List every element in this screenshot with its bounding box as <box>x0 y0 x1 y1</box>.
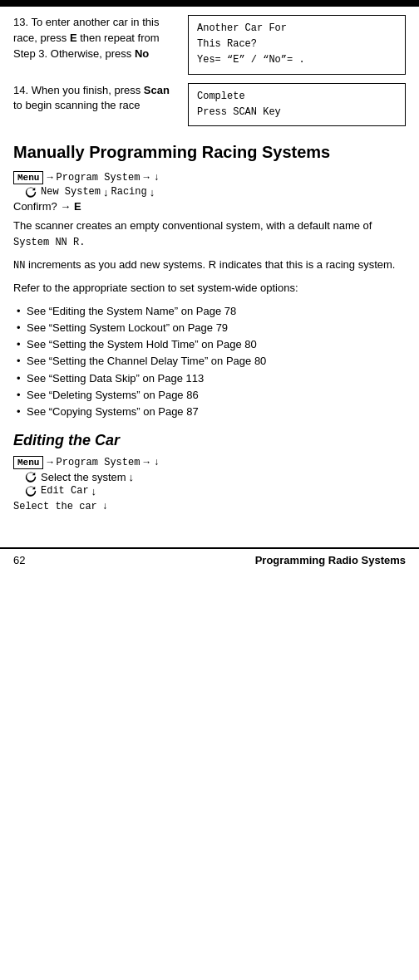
arrow-down-7: ↓ <box>102 501 108 512</box>
arrow-down-3: ↓ <box>150 186 155 198</box>
manual-nav-line1: Menu → Program System → ↓ <box>13 171 406 184</box>
racing-label: Racing <box>111 186 147 198</box>
step-13-number: 13. <box>13 16 28 28</box>
editing-section-heading: Editing the Car <box>13 432 406 449</box>
arrow-down-2: ↓ <box>103 186 109 198</box>
refresh-icon-1 <box>25 186 37 198</box>
step-13-box-line1: Another Car For <box>197 21 397 37</box>
manual-body-text-2: increments as you add new systems. R ind… <box>25 258 395 271</box>
arrow-down-5: ↓ <box>129 471 135 483</box>
manual-bullet-list: See “Editing the System Name” on Page 78… <box>13 303 406 420</box>
step-14-body2: to begin scanning the race <box>13 99 140 111</box>
step-13-text: 13. To enter another car in this race, p… <box>13 15 188 62</box>
step-13-box: Another Car For This Race? Yes= “E” / “N… <box>188 15 406 75</box>
footer: 62 Programming Radio Systems <box>0 547 419 571</box>
refresh-icon-2 <box>25 471 37 483</box>
step-14-bold-scan: Scan <box>144 84 170 96</box>
program-system-label-1: Program System <box>57 172 140 184</box>
step-13-row: 13. To enter another car in this race, p… <box>13 15 406 75</box>
select-system-label: Select the system <box>41 471 126 483</box>
arrow-down-6: ↓ <box>91 485 97 497</box>
step-14-box-line2: Press SCAN Key <box>197 105 397 120</box>
manual-body-text-1a: The scanner creates an empty conventiona… <box>13 219 372 232</box>
list-item: See “Editing the System Name” on Page 78 <box>13 303 406 320</box>
step-13-box-line3: Yes= “E” / “No”= . <box>197 52 397 68</box>
system-nn-r-label: System NN R. <box>13 237 85 248</box>
refresh-icon-3 <box>25 485 37 497</box>
step-13-box-line2: This Race? <box>197 37 397 52</box>
confirm-text: Confirm? → <box>13 200 74 213</box>
page-number: 62 <box>13 554 25 566</box>
nn-label: NN <box>13 260 25 272</box>
list-item: See “Setting the System Hold Time” on Pa… <box>13 336 406 353</box>
arrow-down-1: ↓ <box>154 172 160 184</box>
step-14-number: 14. <box>13 84 28 96</box>
arrow-right-1: → <box>47 172 52 184</box>
manual-body-2: NN increments as you add new systems. R … <box>13 257 406 273</box>
list-item: See “Deleting Systems” on Page 86 <box>13 387 406 404</box>
manual-body-1: The scanner creates an empty conventiona… <box>13 218 406 251</box>
menu-box-2: Menu <box>13 456 43 469</box>
footer-title: Programming Radio Systems <box>255 554 406 566</box>
manual-section-heading: Manually Programming Racing Systems <box>13 141 406 163</box>
manual-body-3: Refer to the appropriate section to set … <box>13 280 406 296</box>
step-14-text: 14. When you finish, press Scan to begin… <box>13 83 188 115</box>
editing-nav-line2: Select the system ↓ <box>13 471 406 483</box>
editing-nav-line3: Edit Car ↓ <box>13 485 406 497</box>
menu-box-1: Menu <box>13 171 43 184</box>
new-system-label: New System <box>41 186 101 198</box>
list-item: See “Setting System Lockout” on Page 79 <box>13 320 406 336</box>
top-bar <box>0 0 419 7</box>
arrow-right-4: → <box>143 457 149 468</box>
confirm-e: E <box>74 200 81 213</box>
step-13-bold-no: No <box>135 47 149 60</box>
editing-nav-line4: Select the car ↓ <box>13 501 406 512</box>
arrow-right-3: → <box>47 457 52 468</box>
list-item: See “Setting the Channel Delay Time” on … <box>13 353 406 370</box>
step-14-box: Complete Press SCAN Key <box>188 83 406 126</box>
step-14-body1: When you finish, press <box>32 84 144 96</box>
list-item: See “Setting Data Skip” on Page 113 <box>13 370 406 387</box>
arrow-right-2: → <box>143 172 149 184</box>
manual-confirm-line: Confirm? → E <box>13 200 406 213</box>
select-car-label: Select the car <box>13 501 97 512</box>
manual-nav-line2: New System ↓ Racing ↓ <box>13 186 406 198</box>
editing-nav-line1: Menu → Program System → ↓ <box>13 456 406 469</box>
program-system-label-2: Program System <box>57 457 140 468</box>
step-14-row: 14. When you finish, press Scan to begin… <box>13 83 406 126</box>
step-14-box-line1: Complete <box>197 89 397 105</box>
list-item: See “Copying Systems” on Page 87 <box>13 404 406 420</box>
edit-car-label: Edit Car <box>41 485 89 497</box>
step-13-bold-e: E <box>70 32 77 44</box>
arrow-down-4: ↓ <box>154 457 160 468</box>
